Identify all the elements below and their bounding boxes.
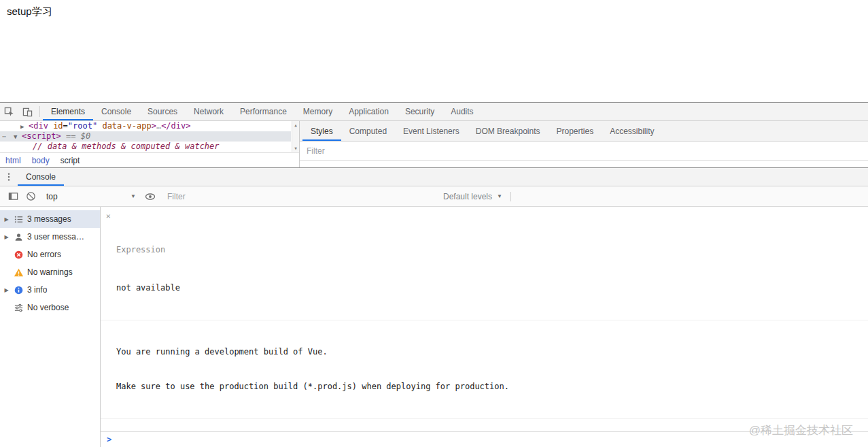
clear-console-icon[interactable] xyxy=(22,188,39,205)
tab-event-listeners[interactable]: Event Listeners xyxy=(395,121,468,141)
page-title: setup学习 xyxy=(7,5,52,18)
tab-memory[interactable]: Memory xyxy=(295,103,341,120)
styles-filter-bar xyxy=(300,142,868,161)
tab-security[interactable]: Security xyxy=(397,103,442,120)
elements-split: ▶<div id="root" data-v-app>…</div> ▼<scr… xyxy=(0,121,868,167)
expand-arrow-icon[interactable]: ▶ xyxy=(3,216,10,222)
inspect-element-icon[interactable] xyxy=(0,103,18,120)
vue-warning-line: You are running a development build of V… xyxy=(116,346,863,358)
tab-elements[interactable]: Elements xyxy=(43,103,93,120)
context-selector-value: top xyxy=(46,192,58,201)
collapse-arrow-icon[interactable]: ▼ xyxy=(14,132,22,142)
devtools-panel: Elements Console Sources Network Perform… xyxy=(0,102,868,447)
console-message-expression: ✕ Expression not available xyxy=(101,207,868,320)
sidebar-item-info[interactable]: ▶ 3 info xyxy=(0,281,100,299)
console-filter-input[interactable] xyxy=(167,192,434,201)
styles-sidebar: Styles Computed Event Listeners DOM Brea… xyxy=(300,121,868,167)
sidebar-item-warnings[interactable]: No warnings xyxy=(0,263,100,281)
sidebar-item-errors[interactable]: No errors xyxy=(0,246,100,263)
sidebar-item-user-messages[interactable]: ▶ 3 user messa… xyxy=(0,228,100,246)
expression-title: Expression xyxy=(116,244,863,256)
chevron-down-icon: ▼ xyxy=(131,193,136,199)
tab-properties[interactable]: Properties xyxy=(548,121,602,141)
console-prompt[interactable]: > xyxy=(101,431,868,447)
drawer-tab-console[interactable]: Console xyxy=(18,168,64,186)
expand-arrow-icon[interactable]: ▶ xyxy=(20,122,29,131)
verbose-filter-icon xyxy=(14,303,24,313)
vue-warning-line: Make sure to use the production build (*… xyxy=(116,381,863,393)
tab-styles[interactable]: Styles xyxy=(302,121,341,141)
expand-arrow-icon[interactable]: ▶ xyxy=(3,234,10,240)
breadcrumb-script[interactable]: script xyxy=(60,156,80,165)
breadcrumb-html[interactable]: html xyxy=(5,156,21,165)
close-icon[interactable]: ✕ xyxy=(106,210,111,222)
dom-node-script-selected[interactable]: ▼<script> == $0 xyxy=(0,131,291,142)
expand-arrow-icon[interactable]: ▶ xyxy=(3,287,10,293)
expression-body: not available xyxy=(116,282,863,294)
tab-computed[interactable]: Computed xyxy=(341,121,395,141)
console-messages-pane: ✕ Expression not available You are runni… xyxy=(101,207,868,447)
context-selector[interactable]: top ▼ xyxy=(39,192,141,201)
kebab-menu-icon[interactable] xyxy=(0,168,18,186)
console-body: ▶ 3 messages ▶ 3 user messa… xyxy=(0,207,868,447)
prompt-chevron-icon: > xyxy=(107,435,111,444)
devtools-main-tabbar: Elements Console Sources Network Perform… xyxy=(0,103,868,121)
dom-node-div[interactable]: ▶<div id="root" data-v-app>…</div> xyxy=(0,121,291,131)
more-actions-icon[interactable]: ⋯ xyxy=(2,131,7,142)
console-toolbar: top ▼ Default levels ▼ xyxy=(0,186,868,207)
tab-application[interactable]: Application xyxy=(341,103,397,120)
log-levels-dropdown[interactable]: Default levels ▼ xyxy=(443,192,502,201)
elements-panel: ▶<div id="root" data-v-app>…</div> ▼<scr… xyxy=(0,121,300,167)
chevron-down-icon: ▼ xyxy=(497,193,502,199)
tab-dom-breakpoints[interactable]: DOM Breakpoints xyxy=(468,121,549,141)
breadcrumb-body[interactable]: body xyxy=(32,156,50,165)
error-icon xyxy=(14,250,24,260)
messages-list-icon xyxy=(14,214,24,225)
drawer-tabbar: Console xyxy=(0,168,868,186)
tab-performance[interactable]: Performance xyxy=(232,103,295,120)
tab-audits[interactable]: Audits xyxy=(442,103,481,120)
elements-scrollbar[interactable]: ▲▼ xyxy=(292,121,299,152)
eye-live-expression-icon[interactable] xyxy=(141,188,159,205)
sidebar-item-verbose[interactable]: No verbose xyxy=(0,299,100,316)
console-log-group-mounted: 看看组件上挂载了什么▼{template: "↵ <div @click="vu… xyxy=(101,419,868,431)
console-message-vue-warning: You are running a development build of V… xyxy=(101,320,868,419)
device-toolbar-icon[interactable] xyxy=(18,103,37,120)
console-sidebar-toggle-icon[interactable] xyxy=(4,188,22,205)
sidebar-item-all-messages[interactable]: ▶ 3 messages xyxy=(0,210,100,228)
tab-console[interactable]: Console xyxy=(93,103,139,120)
tab-network[interactable]: Network xyxy=(186,103,232,120)
user-icon xyxy=(14,232,24,242)
breadcrumb: html body script xyxy=(0,152,299,167)
console-sidebar: ▶ 3 messages ▶ 3 user messa… xyxy=(0,207,101,447)
toolbar-separator xyxy=(510,192,511,201)
styles-tabbar: Styles Computed Event Listeners DOM Brea… xyxy=(300,121,868,142)
styles-filter-input[interactable] xyxy=(307,146,812,156)
tab-sources[interactable]: Sources xyxy=(139,103,186,120)
tab-accessibility[interactable]: Accessibility xyxy=(602,121,662,141)
warning-icon xyxy=(14,267,24,278)
toolbar-separator xyxy=(39,106,40,117)
log-levels-label: Default levels xyxy=(443,192,492,201)
dom-node-script-content[interactable]: // data & methods & computed & watcher xyxy=(0,142,291,152)
console-drawer: Console top ▼ Default levels ▼ xyxy=(0,167,868,447)
info-icon xyxy=(14,285,24,295)
